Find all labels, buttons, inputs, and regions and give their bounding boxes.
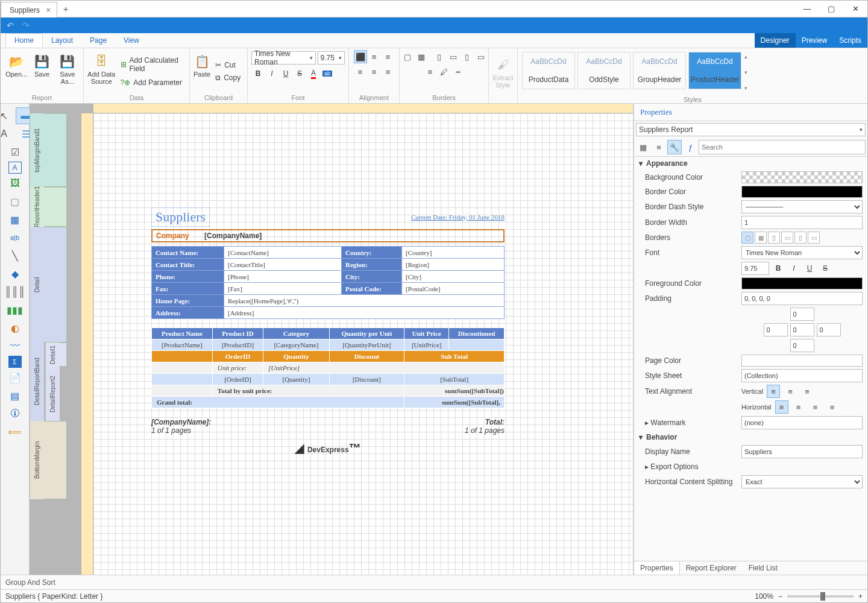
shape-tool[interactable]: ◆ <box>5 265 25 282</box>
prop-italic[interactable]: I <box>787 262 800 275</box>
style-productheader[interactable]: AaBbCcDdProductHeader <box>688 52 741 89</box>
page-info-tool[interactable]: 🛈 <box>5 405 25 422</box>
category-appearance[interactable]: ▾ Appearance <box>634 157 867 170</box>
align-ml-button[interactable]: ≡ <box>354 65 367 78</box>
border-t-button[interactable]: ▭ <box>447 50 460 63</box>
style-sheet-input[interactable] <box>741 369 863 382</box>
add-parameter-button[interactable]: ?⊕Add Parameter <box>117 77 186 89</box>
zoom-in-button[interactable]: + <box>858 592 863 601</box>
highlight-button[interactable]: ab <box>321 67 334 80</box>
report-date[interactable]: Current Date: Friday, 01 June 2018 <box>411 213 505 221</box>
band-bottommargin[interactable]: BottomMargin <box>30 421 44 499</box>
va-top[interactable]: ≡ <box>767 385 780 398</box>
underline-button[interactable]: U <box>279 67 292 80</box>
paste-button[interactable]: 📋Paste <box>193 51 210 92</box>
align-tc-button[interactable]: ≡ <box>368 50 381 63</box>
design-surface[interactable]: topMarginBand1 ReportHeader1 Detail Deta… <box>30 104 634 575</box>
product-grid[interactable]: Product NameProduct IDCategoryQuantity p… <box>151 327 505 408</box>
table-of-contents-tool[interactable]: ▤ <box>5 387 25 404</box>
border-color-button[interactable]: 🖊 <box>438 65 451 78</box>
sparkline-tool[interactable]: 〰 <box>5 338 25 355</box>
maximize-button[interactable]: ▢ <box>819 1 843 17</box>
pivot-tool[interactable]: Σ <box>8 356 22 368</box>
band-detailreport2[interactable]: DetailReport2 <box>45 367 60 421</box>
border-r-button[interactable]: ▯ <box>461 50 474 63</box>
tab-field-list[interactable]: Field List <box>743 561 784 575</box>
font-name-combo[interactable]: Times New Roman▾ <box>251 51 316 65</box>
band-detailreportband[interactable]: DetailReportBand <box>30 343 44 421</box>
subreport-tool[interactable]: 📄 <box>5 369 25 386</box>
add-data-source-button[interactable]: 🗄Add Data Source <box>87 51 116 92</box>
ha-right[interactable]: ≡ <box>809 400 822 414</box>
va-bot[interactable]: ≡ <box>800 385 814 398</box>
border-width-button[interactable]: ≡ <box>424 65 437 78</box>
border-width-input[interactable] <box>741 216 863 229</box>
prop-underline[interactable]: U <box>803 262 816 275</box>
zoom-slider[interactable] <box>787 595 854 598</box>
band-detail1[interactable]: Detail1 <box>45 343 60 367</box>
tab-preview[interactable]: Preview <box>796 33 834 48</box>
style-productdata[interactable]: AaBbCcDdProductData <box>522 52 575 89</box>
footer-company[interactable]: [CompanyName]: <box>151 418 211 426</box>
prop-strike[interactable]: S <box>819 262 832 275</box>
page-break-tool[interactable]: ⟸ <box>5 423 25 440</box>
tab-view[interactable]: View <box>115 33 148 48</box>
zoom-out-button[interactable]: − <box>778 592 782 601</box>
extract-style-button[interactable]: 🖌Extract Style <box>492 55 514 96</box>
add-calc-field-button[interactable]: ⊞Add Calculated Field <box>117 54 186 75</box>
border-b-button[interactable]: ▭ <box>474 50 488 63</box>
ha-center[interactable]: ≡ <box>792 400 805 414</box>
gauge-tool[interactable]: ◐ <box>5 320 25 336</box>
prop-font-size[interactable] <box>741 262 769 275</box>
prop-alpha-button[interactable]: ≡ <box>652 140 666 154</box>
info-table[interactable]: Contact Name:[ContactName]Country:[Count… <box>151 246 505 319</box>
category-behavior[interactable]: ▾ Behavior <box>634 431 867 444</box>
checkbox-tool[interactable]: ☑ <box>5 144 25 160</box>
border-style-button[interactable]: ┅ <box>451 65 465 78</box>
redo-icon[interactable]: ↷ <box>22 21 30 30</box>
richtext-tool[interactable]: A <box>8 162 22 174</box>
footer-total[interactable]: Total: <box>485 418 505 426</box>
group-and-sort-bar[interactable]: Group And Sort <box>1 575 867 589</box>
prop-fav-button[interactable]: 🔧 <box>667 140 682 154</box>
align-mr-button[interactable]: ≡ <box>382 65 395 78</box>
grid-tool[interactable]: ▦ <box>5 211 25 228</box>
properties-search[interactable] <box>699 140 866 154</box>
prop-expr-button[interactable]: ƒ <box>683 140 697 154</box>
border-color-swatch[interactable] <box>741 186 863 198</box>
tab-properties[interactable]: Properties <box>634 561 680 575</box>
padding-input[interactable] <box>741 292 863 305</box>
bg-color-swatch[interactable] <box>741 171 863 183</box>
font-color-button[interactable]: A <box>307 67 320 80</box>
style-down-icon[interactable]: ▾ <box>744 69 747 75</box>
border-dash-select[interactable]: ──────── <box>741 200 863 213</box>
italic-button[interactable]: I <box>265 67 278 80</box>
barcode-tool[interactable]: ║║║ <box>5 283 25 300</box>
font-size-combo[interactable]: 9.75▾ <box>318 51 345 65</box>
save-button[interactable]: 💾Save <box>30 51 54 92</box>
cut-button[interactable]: ✂Cut <box>212 59 244 71</box>
va-mid[interactable]: ≡ <box>784 385 797 398</box>
tab-designer[interactable]: Designer <box>755 33 796 48</box>
band-reportheader[interactable]: ReportHeader1 <box>30 187 44 227</box>
band-detail[interactable]: Detail <box>30 227 44 343</box>
properties-target-combo[interactable]: Suppliers Report▾ <box>636 123 866 136</box>
minimize-button[interactable]: ― <box>795 1 819 17</box>
tab-page[interactable]: Page <box>81 33 115 48</box>
border-l-button[interactable]: ▯ <box>433 50 446 63</box>
new-tab-button[interactable]: + <box>57 1 74 17</box>
strike-button[interactable]: S <box>293 67 306 80</box>
document-tab[interactable]: Suppliers× <box>1 2 57 17</box>
picture-tool[interactable]: 🖼 <box>5 175 25 192</box>
prop-bold[interactable]: B <box>772 262 785 275</box>
ha-justify[interactable]: ≡ <box>826 400 839 414</box>
style-groupheader[interactable]: AaBbCcDdGroupHeader <box>633 52 686 89</box>
tab-layout[interactable]: Layout <box>43 33 81 48</box>
page-color-swatch[interactable] <box>741 355 863 367</box>
open-button[interactable]: 📂Open... <box>4 51 28 92</box>
band-topmargin[interactable]: topMarginBand1 <box>30 113 44 187</box>
fg-color-swatch[interactable] <box>741 277 863 289</box>
company-row[interactable]: Company[CompanyName] <box>151 229 505 242</box>
style-oddstyle[interactable]: AaBbCcDdOddStyle <box>577 52 631 89</box>
prop-cat-button[interactable]: ▦ <box>636 140 650 154</box>
